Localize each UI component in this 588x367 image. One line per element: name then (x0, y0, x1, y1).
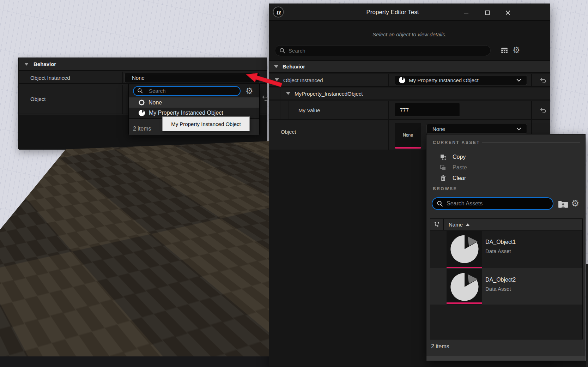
data-asset-pie-thumbnail (447, 269, 482, 305)
expander-caret-icon[interactable] (286, 92, 290, 95)
asset-name: DA_Object2 (485, 277, 516, 283)
tooltip: My Property Instanced Object (162, 116, 250, 131)
thumbnail-label: None (403, 133, 413, 138)
details-search-input[interactable] (289, 48, 457, 54)
dropdown-search-field[interactable] (133, 86, 241, 96)
asset-search-field[interactable] (432, 197, 553, 210)
asset-browser-folder-icon[interactable] (558, 200, 568, 208)
annotation-arrow (243, 72, 285, 89)
background-window-edge (586, 264, 588, 367)
menu-resize-strip[interactable] (426, 356, 585, 361)
select-object-hint: Select an object to view details. (269, 31, 550, 37)
property-editor-window: u Property Editor Test Select an object … (269, 4, 550, 367)
behavior-section-header[interactable]: Behavior (19, 58, 267, 71)
combobox-value: None (432, 126, 445, 132)
menu-item-copy[interactable]: Copy (426, 152, 585, 162)
object-instanced-combobox[interactable]: None (125, 73, 260, 83)
instanced-object-pie-icon (399, 77, 406, 84)
display-settings-grid-icon[interactable] (501, 47, 508, 54)
section-title: Behavior (283, 64, 305, 70)
text-cursor (146, 88, 146, 94)
revision-control-column[interactable] (430, 219, 444, 230)
dropdown-search-input[interactable] (149, 88, 221, 94)
unreal-engine-logo-icon: u (272, 6, 284, 18)
asset-type: Data Asset (485, 286, 511, 292)
asset-type: Data Asset (485, 248, 511, 254)
current-asset-header: CURRENT ASSET (433, 140, 480, 145)
asset-name: DA_Object1 (485, 239, 516, 245)
property-label: Object (30, 96, 46, 102)
viewport-bottom-bar (0, 356, 269, 367)
asset-search-input[interactable] (447, 200, 534, 207)
dropdown-item-count: 2 items (133, 126, 151, 132)
object-asset-combobox[interactable]: None (426, 124, 527, 134)
combobox-value: None (132, 75, 145, 81)
asset-count-footer: 2 items (431, 343, 449, 350)
asset-picker-menu: CURRENT ASSET Copy Paste (426, 134, 586, 361)
none-ring-icon (138, 99, 145, 106)
maximize-button[interactable] (483, 9, 492, 17)
svg-text:u: u (276, 8, 281, 16)
collapse-caret-icon[interactable] (274, 65, 278, 68)
asset-row-da-object1[interactable]: DA_Object1 Data Asset (430, 230, 582, 268)
dropdown-item-none[interactable]: None (129, 97, 259, 108)
sort-ascending-icon (466, 223, 469, 226)
object-instanced-row: Object Instanced My Property Instanced O… (269, 74, 550, 87)
browse-header: BROWSE (433, 186, 457, 191)
paste-icon (440, 164, 447, 171)
data-asset-type-bar (447, 302, 482, 304)
menu-item-paste[interactable]: Paste (426, 162, 585, 173)
trash-icon (440, 175, 447, 182)
revision-control-branch-icon (434, 221, 440, 228)
section-divider (482, 143, 580, 143)
name-column-header[interactable]: Name (449, 222, 463, 228)
object-instanced-row: Object Instanced None (19, 72, 267, 84)
section-title: Behavior (34, 61, 56, 67)
asset-list-header[interactable]: Name (430, 219, 582, 230)
property-label: My Value (298, 107, 320, 113)
collapse-caret-icon[interactable] (24, 63, 29, 66)
revert-to-default-icon[interactable] (539, 107, 547, 114)
my-value-row: My Value (269, 101, 550, 120)
copy-icon (440, 154, 447, 161)
revert-to-default-icon[interactable] (539, 77, 547, 84)
instanced-object-pie-icon (138, 109, 145, 116)
instanced-object-subheader-row[interactable]: MyProperty_InstancedObject (269, 88, 550, 100)
menu-item-clear[interactable]: Clear (426, 173, 585, 184)
asset-row-da-object2[interactable]: DA_Object2 Data Asset (430, 268, 582, 305)
data-asset-pie-thumbnail (447, 231, 482, 267)
combobox-value: My Property Instanced Object (409, 77, 479, 83)
dropdown-search-row: ⚙ (129, 84, 259, 97)
property-label: Object Instanced (283, 77, 323, 83)
close-button[interactable] (503, 9, 513, 17)
gear-icon[interactable]: ⚙ (571, 199, 579, 208)
object-asset-thumbnail[interactable]: None (395, 123, 421, 149)
details-search-row: ⚙ (275, 45, 545, 56)
search-icon (279, 48, 286, 54)
window-title: Property Editor Test (340, 9, 445, 16)
sphere-actor-sprite[interactable] (246, 222, 267, 243)
gear-icon[interactable]: ⚙ (513, 46, 520, 54)
behavior-section-header[interactable]: Behavior (269, 60, 550, 73)
search-icon (437, 200, 443, 207)
chevron-down-icon (516, 78, 522, 82)
bottom-right-fill (550, 361, 588, 367)
details-panel-left: Behavior Object Instanced None Object (18, 58, 267, 149)
property-label: Object Instanced (30, 75, 70, 81)
details-search-field[interactable] (275, 45, 491, 56)
window-titlebar[interactable]: u Property Editor Test (269, 4, 550, 21)
asset-list: Name DA_Object1 Data Asset (430, 218, 583, 339)
revert-to-default-icon[interactable] (261, 94, 269, 102)
my-value-input[interactable] (395, 103, 460, 117)
chevron-down-icon (516, 127, 522, 131)
instanced-object-combobox[interactable]: My Property Instanced Object (395, 75, 527, 85)
search-icon (137, 88, 143, 94)
screenshot-root: Behavior Object Instanced None Object (0, 0, 588, 367)
section-divider (463, 189, 580, 189)
minimize-button[interactable] (462, 9, 471, 17)
subobject-header-label: MyProperty_InstancedObject (295, 91, 363, 97)
property-label: Object (281, 129, 296, 135)
